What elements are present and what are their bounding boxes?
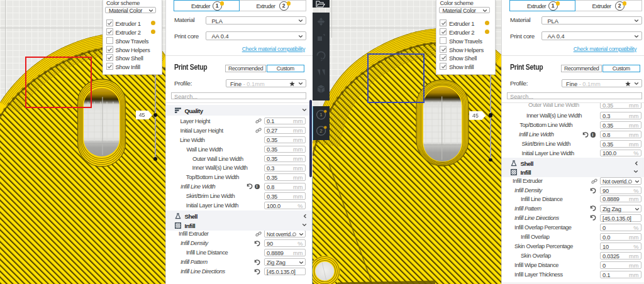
svg-text:2: 2 xyxy=(319,128,323,134)
svg-text:1: 1 xyxy=(319,112,323,117)
